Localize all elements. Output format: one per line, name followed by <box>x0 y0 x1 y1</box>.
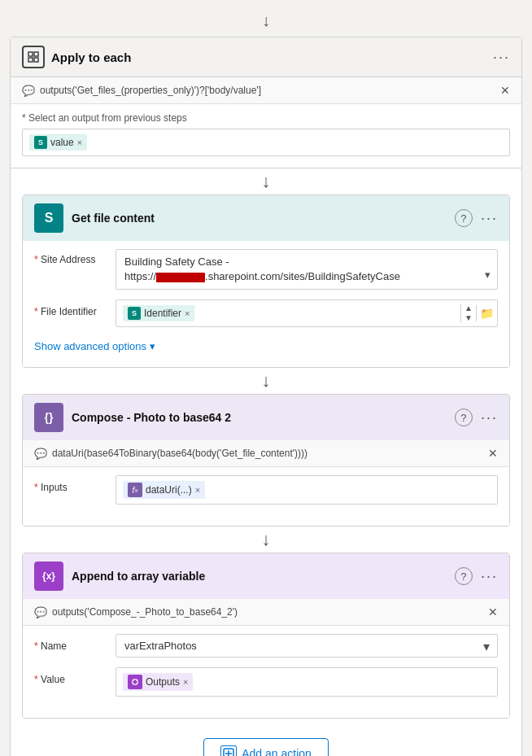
fx-token-label: dataUri(...) <box>146 484 192 496</box>
get-file-content-header-right: ? ··· <box>455 209 498 227</box>
site-address-suffix: .sharepoint.com/sites/BuildingSafetyCase <box>205 270 400 282</box>
fx-token-close[interactable]: × <box>195 485 200 495</box>
output-expr-close-button[interactable]: ✕ <box>500 84 510 97</box>
compose-header-left: {} Compose - Photo to base64 2 <box>34 403 231 432</box>
outputs-token-close[interactable]: × <box>183 677 188 687</box>
site-address-label: Site Address <box>34 249 116 265</box>
append-array-title: Append to array variable <box>72 570 205 583</box>
name-select-wrapper: varExtraPhotos <box>116 634 498 658</box>
svg-rect-3 <box>34 58 38 62</box>
apply-to-each-header: Apply to each ··· <box>11 37 521 77</box>
append-array-card: {x} Append to array variable ? ··· 💬 out… <box>22 553 510 719</box>
append-expression-text: outputs('Compose_-_Photo_to_base64_2') <box>52 606 238 618</box>
append-expr-bar: 💬 outputs('Compose_-_Photo_to_base64_2')… <box>23 599 509 626</box>
get-file-content-card: S Get file content ? ··· Site Address Bu… <box>22 194 510 368</box>
name-row: Name varExtraPhotos <box>34 634 498 658</box>
value-label: Value <box>34 667 116 685</box>
get-file-content-title: Get file content <box>72 212 155 225</box>
site-address-control: Building Safety Case - https://.sharepoi… <box>116 249 498 290</box>
compose-dots-button[interactable]: ··· <box>481 409 498 426</box>
identifier-token-area: S Identifier × <box>116 302 460 325</box>
select-output-input[interactable]: S value × <box>22 129 510 156</box>
compose-icon: {} <box>34 403 63 432</box>
compose-card: {} Compose - Photo to base64 2 ? ··· 💬 d… <box>22 394 510 527</box>
site-address-line2: https://.sharepoint.com/sites/BuildingSa… <box>124 269 473 284</box>
get-file-content-header-left: S Get file content <box>34 203 155 233</box>
add-action-label: Add an action <box>242 747 312 756</box>
add-action-icon <box>220 745 237 756</box>
compose-body: Inputs fx dataUri(...) × <box>23 467 509 526</box>
get-file-content-help-button[interactable]: ? <box>455 209 473 227</box>
compose-title: Compose - Photo to base64 2 <box>72 411 231 424</box>
apply-to-each-title: Apply to each <box>51 50 131 64</box>
output-expression-bar: 💬 outputs('Get_files_(properties_only)')… <box>11 77 521 104</box>
inputs-control: fx dataUri(...) × <box>116 475 498 505</box>
value-token-input[interactable]: Outputs × <box>116 667 498 697</box>
show-advanced-options[interactable]: Show advanced options ▾ <box>34 337 498 356</box>
append-expr-icon: 💬 <box>34 606 47 618</box>
append-array-header-right: ? ··· <box>455 567 498 585</box>
append-expr-left: 💬 outputs('Compose_-_Photo_to_base64_2') <box>34 606 238 618</box>
append-array-help-button[interactable]: ? <box>455 567 473 585</box>
value-row: Value Outputs × <box>34 667 498 697</box>
file-identifier-input[interactable]: S Identifier × ▲ ▼ 📁 <box>116 299 498 327</box>
inputs-row: Inputs fx dataUri(...) × <box>34 475 498 505</box>
append-array-header: {x} Append to array variable ? ··· <box>23 553 509 599</box>
compose-expr-left: 💬 dataUri(base64ToBinary(base64(body('Ge… <box>34 448 307 460</box>
apply-to-each-container: Apply to each ··· 💬 outputs('Get_files_(… <box>10 37 522 756</box>
svg-rect-0 <box>28 52 33 56</box>
identifier-token-label: Identifier <box>144 308 181 319</box>
outputs-token-icon <box>128 675 142 689</box>
select-output-label: * Select an output from previous steps <box>22 112 510 124</box>
file-identifier-label: File Identifier <box>34 299 116 317</box>
stepper-area: ▲ ▼ <box>460 304 476 323</box>
stepper-down-button[interactable]: ▼ <box>464 313 473 323</box>
get-file-content-dots-button[interactable]: ··· <box>481 210 498 227</box>
add-action-button[interactable]: Add an action <box>203 738 329 756</box>
compose-expr-icon: 💬 <box>34 448 47 460</box>
identifier-token-close[interactable]: × <box>185 308 190 318</box>
site-address-display[interactable]: Building Safety Case - https://.sharepoi… <box>116 249 498 290</box>
append-array-body: Name varExtraPhotos Value <box>23 626 509 718</box>
site-address-line1: Building Safety Case - <box>124 255 473 269</box>
append-expr-close-button[interactable]: ✕ <box>488 605 498 618</box>
inputs-label: Inputs <box>34 475 116 493</box>
compose-header-right: ? ··· <box>455 409 498 426</box>
site-address-row: Site Address Building Safety Case - http… <box>34 249 498 290</box>
append-array-dots-button[interactable]: ··· <box>481 568 498 585</box>
arrow-3-icon: ↓ <box>262 529 271 550</box>
identifier-token: S Identifier × <box>123 305 194 321</box>
site-address-chevron: ▾ <box>485 268 491 282</box>
value-token: S value × <box>29 134 87 151</box>
value-token-close[interactable]: × <box>77 138 82 147</box>
compose-expression-text: dataUri(base64ToBinary(base64(body('Get_… <box>52 448 307 459</box>
svg-rect-2 <box>28 58 33 62</box>
value-token-label: value <box>50 137 74 148</box>
name-select-display[interactable]: varExtraPhotos <box>116 634 498 658</box>
expr-bar-left: 💬 outputs('Get_files_(properties_only)')… <box>22 85 261 97</box>
top-arrow-connector: ↓ <box>262 8 270 37</box>
file-identifier-row: File Identifier S Identifier × <box>34 299 498 327</box>
name-label: Name <box>34 634 116 652</box>
arrow-3: ↓ <box>11 527 521 553</box>
name-control: varExtraPhotos <box>116 634 498 658</box>
compose-help-button[interactable]: ? <box>455 409 473 426</box>
file-identifier-control: S Identifier × ▲ ▼ 📁 <box>116 299 498 327</box>
folder-button[interactable]: 📁 <box>476 305 497 321</box>
compose-header: {} Compose - Photo to base64 2 ? ··· <box>23 395 509 440</box>
top-arrow-icon: ↓ <box>262 11 270 30</box>
outputs-token-label: Outputs <box>146 676 180 688</box>
inner-wrapper: ↓ S Get file content ? ··· Site Add <box>11 168 521 756</box>
arrow-2: ↓ <box>11 368 521 394</box>
sharepoint-icon: S <box>34 203 63 233</box>
append-array-header-left: {x} Append to array variable <box>34 562 205 591</box>
name-select-value: varExtraPhotos <box>124 640 197 652</box>
get-file-content-body: Site Address Building Safety Case - http… <box>23 241 509 367</box>
identifier-token-icon: S <box>128 307 141 320</box>
arrow-1-icon: ↓ <box>262 171 271 192</box>
stepper-up-button[interactable]: ▲ <box>464 304 473 313</box>
svg-rect-1 <box>34 52 38 56</box>
apply-to-each-dots-button[interactable]: ··· <box>493 49 510 66</box>
compose-expr-close-button[interactable]: ✕ <box>488 447 498 460</box>
inputs-token-input[interactable]: fx dataUri(...) × <box>116 475 498 505</box>
